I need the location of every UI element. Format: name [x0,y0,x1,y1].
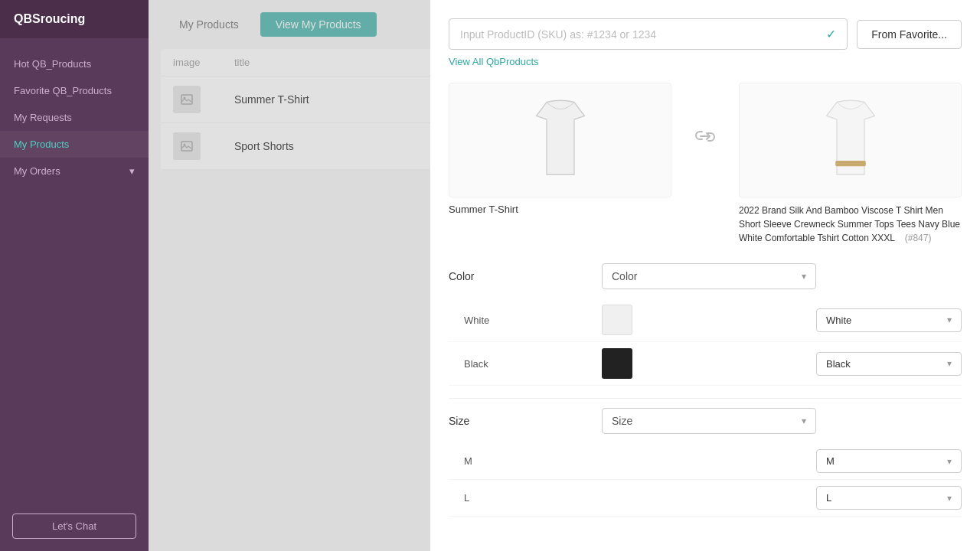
sidebar-item-my-products[interactable]: My Products [0,131,149,158]
product-link-panel: Input ProductID (SKU) as: #1234 or 1234 … [430,0,980,551]
size-header-row: Size Size ▾ [449,408,962,434]
right-product-id: (#847) [905,233,932,243]
l-variant-select[interactable]: L ▾ [816,486,962,510]
color-select[interactable]: Color ▾ [602,263,816,289]
chevron-down-icon: ▾ [947,315,952,325]
color-label: Color [449,270,602,282]
product-compare-section: Summer T-Shirt [449,83,962,245]
color-select-value: Color [612,270,637,282]
sku-input-field[interactable]: Input ProductID (SKU) as: #1234 or 1234 … [449,18,848,50]
sidebar-item-label: My Orders [14,165,60,177]
link-icon [687,129,724,144]
main-content: My Products View My Products image title… [149,0,980,551]
sidebar-item-my-requests[interactable]: My Requests [0,104,149,131]
sidebar: QBSroucing Hot QB_Products Favorite QB_P… [0,0,149,551]
chevron-down-icon: ▾ [947,493,952,504]
chat-button[interactable]: Let's Chat [12,514,136,539]
sidebar-item-my-orders[interactable]: My Orders ▾ [0,158,149,184]
size-label: Size [449,415,602,427]
white-select-value: White [826,315,851,326]
left-product-title: Summer T-Shirt [449,204,671,215]
variant-name-white: White [449,315,602,326]
color-variant-white: White White ▾ [449,298,962,342]
variant-name-l: L [449,492,602,504]
svg-rect-4 [835,161,866,166]
chevron-down-icon: ▾ [129,165,135,177]
right-product-title: 2022 Brand Silk And Bamboo Viscose T Shi… [739,204,962,245]
right-product-card: 2022 Brand Silk And Bamboo Viscose T Shi… [739,83,962,245]
left-product-card: Summer T-Shirt [449,83,671,215]
variant-name-black: Black [449,358,602,370]
check-icon: ✓ [826,27,836,41]
view-all-qb-products-link[interactable]: View All QbProducts [449,56,962,67]
variant-thumb-black [602,348,632,379]
sidebar-nav: Hot QB_Products Favorite QB_Products My … [0,38,149,501]
color-section: Color Color ▾ White White ▾ Bla [449,263,962,386]
from-favorite-button[interactable]: From Favorite... [857,20,962,49]
chevron-down-icon: ▾ [802,271,806,282]
chevron-down-icon: ▾ [947,358,952,369]
size-select[interactable]: Size ▾ [602,408,816,434]
color-variant-black: Black Black ▾ [449,342,962,386]
size-select-value: Size [612,415,632,427]
l-select-value: L [826,492,831,504]
variant-name-m: M [449,455,602,467]
chevron-down-icon: ▾ [802,416,806,426]
left-product-image [449,83,671,197]
white-variant-select[interactable]: White ▾ [816,308,962,332]
section-divider [449,398,962,399]
panel-top-bar: Input ProductID (SKU) as: #1234 or 1234 … [449,18,962,50]
right-product-image [739,83,962,197]
size-variant-l: L L ▾ [449,480,962,517]
app-logo: QBSroucing [0,0,149,38]
black-variant-select[interactable]: Black ▾ [816,352,962,376]
size-variant-m: M M ▾ [449,443,962,480]
sidebar-item-hot-qb[interactable]: Hot QB_Products [0,51,149,77]
m-select-value: M [826,455,835,467]
color-header-row: Color Color ▾ [449,263,962,289]
sku-placeholder: Input ProductID (SKU) as: #1234 or 1234 [460,28,656,41]
variant-thumb-white [602,305,632,335]
size-section: Size Size ▾ M M ▾ L [449,408,962,517]
chevron-down-icon: ▾ [947,456,952,467]
m-variant-select[interactable]: M ▾ [816,449,962,473]
sidebar-chat-section: Let's Chat [0,501,149,551]
sidebar-item-favorite-qb[interactable]: Favorite QB_Products [0,77,149,104]
black-select-value: Black [826,358,851,370]
